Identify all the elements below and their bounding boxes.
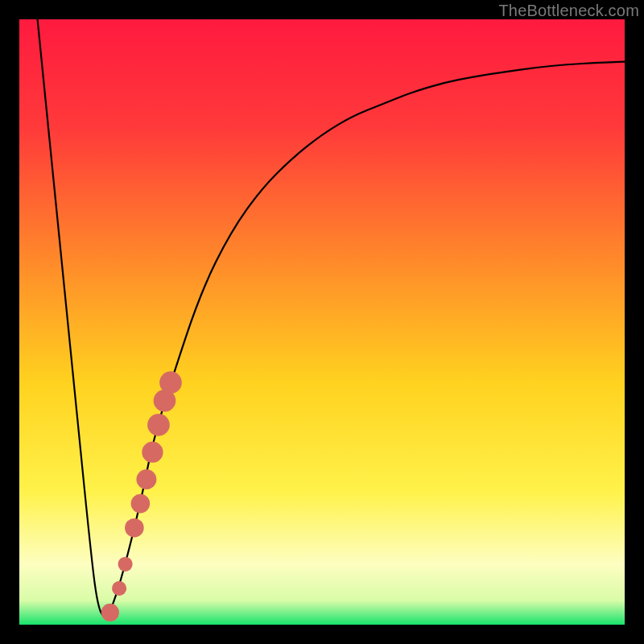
watermark-text: TheBottleneck.com: [498, 2, 639, 20]
chart-background: [19, 19, 625, 625]
marker-dot: [159, 371, 182, 394]
chart-frame: [19, 19, 625, 625]
marker-dot: [118, 557, 133, 572]
marker-dot: [112, 581, 126, 596]
marker-dot: [101, 604, 119, 621]
marker-dot: [131, 494, 151, 514]
marker-dot: [142, 442, 163, 463]
marker-dot: [136, 469, 156, 489]
marker-dot: [125, 518, 144, 538]
marker-dot: [147, 414, 170, 436]
chart-svg: [19, 19, 625, 625]
